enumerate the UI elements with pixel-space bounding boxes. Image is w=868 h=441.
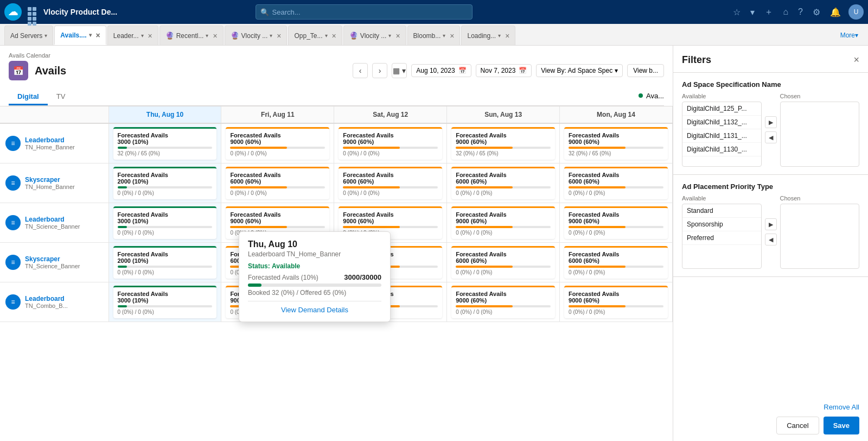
calendar-cell[interactable]: Forecasted Avails 9000 (60%) 0 (0%) / 0 … bbox=[560, 203, 673, 243]
remove-all-link[interactable]: Remove All bbox=[682, 403, 859, 411]
calendar-cell[interactable]: Forecasted Avails 6000 (60%) 0 (0%) / 0 … bbox=[221, 163, 334, 203]
calendar-cell[interactable]: Forecasted Avails 9000 (60%) 0 (0%) / 0 … bbox=[447, 203, 560, 243]
add-icon[interactable]: ＋ bbox=[762, 4, 775, 20]
available-header-ad-space: Available bbox=[682, 93, 762, 99]
calendar-cell[interactable]: Forecasted Avails 3000 (10%) 32 (0%) / 6… bbox=[108, 123, 221, 163]
row-name[interactable]: Leaderboard bbox=[25, 136, 75, 144]
tab-recently[interactable]: 🔮 Recentl... ▾ × bbox=[159, 26, 224, 45]
close-icon[interactable]: × bbox=[213, 32, 217, 40]
date-to-input[interactable]: Nov 7, 2023 📅 bbox=[476, 64, 532, 77]
tab-vlocity2[interactable]: 🔮 Vlocity ... ▾ × bbox=[343, 26, 406, 45]
tab-vlocity1[interactable]: 🔮 Vlocity ... ▾ × bbox=[225, 26, 288, 45]
tab-opp-te[interactable]: Opp_Te... ▾ × bbox=[288, 26, 342, 45]
tab-tv[interactable]: TV bbox=[48, 89, 74, 105]
avatar[interactable]: U bbox=[848, 4, 864, 20]
view-by-select[interactable]: View By: Ad Space Spec ▾ bbox=[536, 64, 623, 77]
list-item[interactable]: Preferred bbox=[682, 231, 761, 245]
dropdown-btn[interactable]: ▾ bbox=[748, 5, 757, 20]
calendar-cell[interactable]: Forecasted Avails 9000 (60%) 32 (0%) / 6… bbox=[560, 123, 673, 163]
row-name[interactable]: Leaderboard bbox=[25, 295, 68, 303]
cell-value: 2000 (10%) bbox=[118, 257, 213, 264]
calendar-cell[interactable]: Forecasted Avails 9000 (60%) 0 (0%) / 0 … bbox=[447, 282, 560, 322]
tab-ad-servers[interactable]: Ad Servers ▾ bbox=[4, 26, 53, 45]
cancel-button[interactable]: Cancel bbox=[776, 417, 819, 434]
available-list-ad-space[interactable]: DigitalChild_125_P...DigitalChild_1132_.… bbox=[682, 102, 762, 167]
close-icon[interactable]: × bbox=[505, 32, 509, 40]
list-item[interactable]: DigitalChild_1130_... bbox=[682, 143, 761, 156]
available-list-priority[interactable]: StandardSponsorshipPreferred bbox=[682, 204, 762, 269]
progress-fill bbox=[230, 147, 287, 149]
row-icon: ≡ bbox=[5, 175, 21, 191]
move-right-button[interactable]: ▶ bbox=[765, 116, 777, 128]
progress-fill bbox=[569, 226, 626, 228]
page-icon: 📅 bbox=[9, 61, 28, 80]
move-left-button[interactable]: ◀ bbox=[765, 131, 777, 143]
star-icon[interactable]: ☆ bbox=[731, 5, 743, 20]
move-left-button-priority[interactable]: ◀ bbox=[765, 234, 777, 245]
calendar-cell[interactable]: Forecasted Avails 6000 (60%) 0 (0%) / 0 … bbox=[560, 243, 673, 282]
close-icon[interactable]: × bbox=[395, 32, 400, 40]
list-item[interactable]: DigitalChild_1132_... bbox=[682, 116, 761, 129]
calendar-cell[interactable]: Forecasted Avails 9000 (60%) 32 (0%) / 6… bbox=[447, 123, 560, 163]
calendar-cell[interactable]: Forecasted Avails 9000 (60%) 0 (0%) / 0 … bbox=[334, 123, 447, 163]
tab-loading[interactable]: Loading... ▾ × bbox=[461, 26, 515, 45]
calendar-cell[interactable]: Forecasted Avails 2000 (10%) 0 (0%) / 0 … bbox=[108, 163, 221, 203]
tab-label: Loading... bbox=[467, 32, 496, 40]
chosen-list-priority[interactable] bbox=[780, 204, 860, 269]
tab-bloombt[interactable]: Bloomb... ▾ × bbox=[407, 26, 461, 45]
close-icon[interactable]: × bbox=[450, 32, 454, 40]
calendar-cell[interactable]: Forecasted Avails 3000 (10%) 0 (0%) / 0 … bbox=[108, 203, 221, 243]
settings-icon[interactable]: ⚙ bbox=[810, 5, 822, 20]
calendar-cell[interactable]: Forecasted Avails 6000 (60%) 0 (0%) / 0 … bbox=[560, 163, 673, 203]
tab-digital[interactable]: Digital bbox=[9, 89, 48, 105]
calendar-cell[interactable]: Forecasted Avails 9000 (60%) 0 (0%) / 0 … bbox=[560, 282, 673, 322]
avails-status-row: Ava... bbox=[639, 92, 664, 103]
date-from-input[interactable]: Aug 10, 2023 📅 bbox=[411, 64, 471, 77]
close-icon[interactable]: × bbox=[148, 32, 152, 40]
tooltip-date: Thu, Aug 10 bbox=[248, 240, 381, 249]
row-name[interactable]: Skyscraper bbox=[25, 176, 75, 184]
calendar-cell[interactable]: Forecasted Avails 3000 (10%) 0 (0%) / 0 … bbox=[108, 282, 221, 322]
list-item[interactable]: DigitalChild_1131_... bbox=[682, 129, 761, 143]
cell-card: Forecasted Avails 9000 (60%) 0 (0%) / 0 … bbox=[451, 206, 555, 239]
cell-title: Forecasted Avails bbox=[569, 132, 663, 138]
close-icon[interactable]: × bbox=[277, 32, 281, 40]
list-item[interactable]: Sponsorship bbox=[682, 218, 761, 231]
chevron-down-icon: ▾ bbox=[388, 33, 391, 39]
move-right-button-priority[interactable]: ▶ bbox=[765, 218, 777, 230]
chevron-down-icon: ▾ bbox=[443, 33, 445, 39]
calendar-cell[interactable]: Forecasted Avails 6000 (60%) 0 (0%) / 0 … bbox=[447, 163, 560, 203]
chosen-list-ad-space[interactable] bbox=[780, 102, 860, 167]
view-button[interactable]: View b... bbox=[627, 64, 664, 77]
filters-close-button[interactable]: × bbox=[853, 54, 859, 66]
home-icon[interactable]: ⌂ bbox=[781, 5, 790, 19]
tab-leader[interactable]: Leader... ▾ × bbox=[107, 26, 158, 45]
search-input[interactable] bbox=[272, 8, 468, 16]
row-label: ≡ Skyscraper TN_Home_Banner bbox=[0, 163, 108, 203]
save-button[interactable]: Save bbox=[824, 417, 859, 434]
cell-title: Forecasted Avails bbox=[456, 211, 551, 218]
more-tab[interactable]: More ▾ bbox=[835, 26, 864, 45]
row-name[interactable]: Leaderboard bbox=[25, 216, 80, 223]
progress-fill bbox=[456, 305, 513, 307]
calendar-cell[interactable]: Forecasted Avails 9000 (60%) 0 (0%) / 0 … bbox=[221, 123, 334, 163]
view-demand-link[interactable]: View Demand Details bbox=[248, 301, 381, 314]
main-area: Avails Calendar 📅 Avails ‹ › ▦ ▾ Aug 10,… bbox=[0, 46, 868, 441]
calendar-cell[interactable]: Forecasted Avails 6000 (60%) 0 (0%) / 0 … bbox=[447, 243, 560, 282]
prev-nav-button[interactable]: ‹ bbox=[353, 63, 368, 78]
app-grid-icon[interactable] bbox=[26, 5, 39, 18]
row-name[interactable]: Skyscraper bbox=[25, 255, 80, 263]
calendar-view-button[interactable]: ▦ ▾ bbox=[392, 63, 407, 78]
calendar-wrapper[interactable]: Thu, Aug 10 Fri, Aug 11 Sat, Aug 12 Sun,… bbox=[0, 106, 673, 441]
next-nav-button[interactable]: › bbox=[372, 63, 387, 78]
calendar-cell[interactable]: Forecasted Avails 6000 (60%) 0 (0%) / 0 … bbox=[334, 163, 447, 203]
help-icon[interactable]: ? bbox=[796, 5, 805, 19]
notification-icon[interactable]: 🔔 bbox=[828, 5, 843, 20]
close-icon[interactable]: × bbox=[96, 31, 100, 40]
list-item[interactable]: Standard bbox=[682, 204, 761, 218]
search-bar[interactable]: 🔍 bbox=[256, 4, 473, 20]
list-item[interactable]: DigitalChild_125_P... bbox=[682, 102, 761, 116]
close-icon[interactable]: × bbox=[332, 32, 336, 40]
tab-avails[interactable]: Avails.... ▾ × bbox=[54, 26, 106, 45]
calendar-cell[interactable]: Forecasted Avails 2000 (10%) 0 (0%) / 0 … bbox=[108, 243, 221, 282]
